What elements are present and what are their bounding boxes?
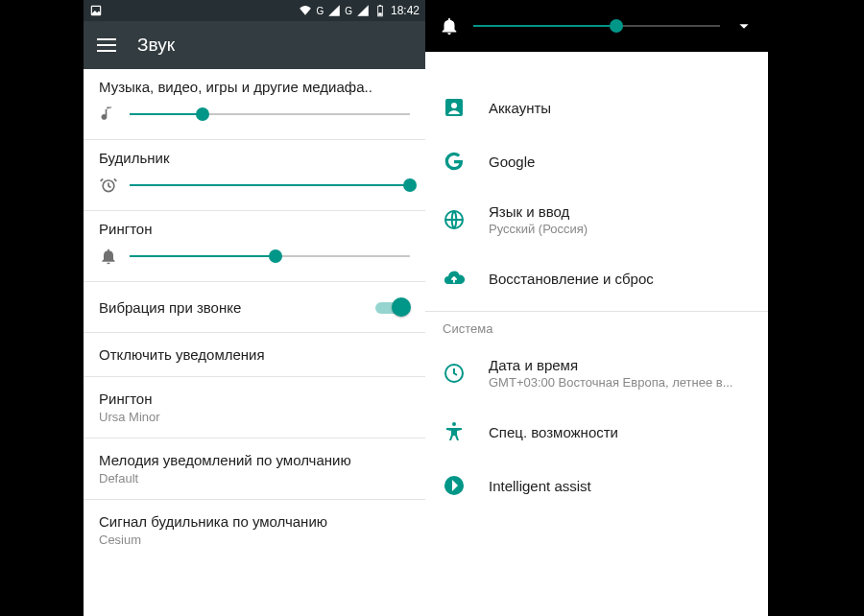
ring-volume-row: Рингтон	[84, 211, 425, 282]
battery-icon	[373, 4, 387, 17]
overlay-volume-slider[interactable]	[473, 16, 720, 36]
ringtone-row[interactable]: Рингтон Ursa Minor	[84, 377, 425, 438]
datetime-sub: GMT+03:00 Восточная Европа, летнее в...	[489, 375, 751, 390]
assist-label: Intelligent assist	[489, 478, 751, 494]
accessibility-icon	[443, 420, 466, 443]
assist-icon	[443, 474, 466, 497]
app-bar: Звук	[84, 21, 425, 69]
accounts-row[interactable]: Аккаунты	[425, 81, 768, 134]
vibrate-on-call-row[interactable]: Вибрация при звонке	[84, 282, 425, 333]
disable-notifications-row[interactable]: Отключить уведомления	[84, 333, 425, 377]
svg-rect-2	[379, 5, 381, 6]
svg-rect-3	[378, 12, 382, 15]
vibrate-on-call-label: Вибрация при звонке	[99, 299, 241, 316]
accounts-label: Аккаунты	[489, 100, 751, 116]
sound-settings-list: Музыка, видео, игры и другие медиафа.. Б…	[84, 69, 425, 616]
alarm-icon	[99, 176, 118, 195]
media-volume-row: Музыка, видео, игры и другие медиафа..	[84, 69, 425, 140]
picture-icon	[89, 4, 103, 17]
network-g-1: G	[316, 6, 324, 16]
system-section-header: Система	[425, 311, 768, 342]
language-row[interactable]: Язык и ввод Русский (Россия)	[425, 188, 768, 251]
media-volume-label: Музыка, видео, игры и другие медиафа..	[99, 79, 410, 95]
page-title: Звук	[137, 35, 175, 56]
volume-overlay	[425, 0, 768, 52]
vibrate-toggle[interactable]	[375, 297, 410, 317]
assist-row[interactable]: Intelligent assist	[425, 459, 768, 512]
signal-icon-1	[327, 4, 341, 17]
menu-icon[interactable]	[97, 38, 116, 52]
default-notification-title: Мелодия уведомлений по умолчанию	[99, 452, 410, 468]
language-sub: Русский (Россия)	[489, 222, 751, 236]
ringtone-value: Ursa Minor	[99, 410, 410, 424]
phone-left: G G 18:42 Звук Музыка, видео, игры и дру…	[84, 0, 425, 616]
svg-point-9	[452, 422, 456, 426]
default-alarm-value: Cesium	[99, 533, 410, 547]
ringtone-title: Рингтон	[99, 391, 410, 407]
alarm-volume-row: Будильник	[84, 140, 425, 211]
media-volume-slider[interactable]	[130, 105, 410, 124]
backup-label: Восстановление и сброс	[489, 271, 751, 287]
music-note-icon	[99, 105, 118, 124]
backup-row[interactable]: Восстановление и сброс	[425, 251, 768, 311]
clock-icon	[443, 362, 466, 385]
datetime-title: Дата и время	[489, 357, 751, 373]
settings-list: Аккаунты Google Язык и ввод Русский (Рос…	[425, 52, 768, 616]
default-alarm-row[interactable]: Сигнал будильника по умолчанию Cesium	[84, 500, 425, 560]
language-title: Язык и ввод	[489, 203, 751, 220]
svg-point-6	[451, 103, 457, 108]
network-g-2: G	[345, 6, 352, 16]
datetime-row[interactable]: Дата и время GMT+03:00 Восточная Европа,…	[425, 342, 768, 405]
chevron-down-icon[interactable]	[733, 15, 755, 36]
globe-icon	[443, 208, 466, 231]
clock-text: 18:42	[391, 4, 420, 17]
default-notification-value: Default	[99, 471, 410, 486]
default-notification-row[interactable]: Мелодия уведомлений по умолчанию Default	[84, 438, 425, 500]
alarm-volume-label: Будильник	[99, 150, 410, 166]
signal-icon-2	[356, 4, 370, 17]
google-icon	[443, 150, 466, 173]
wifi-icon	[299, 4, 312, 17]
google-row[interactable]: Google	[425, 134, 768, 188]
disable-notifications-label: Отключить уведомления	[99, 346, 410, 363]
ring-volume-label: Рингтон	[99, 221, 410, 237]
alarm-volume-slider[interactable]	[130, 176, 410, 195]
ring-volume-slider[interactable]	[130, 247, 410, 266]
phone-right: Аккаунты Google Язык и ввод Русский (Рос…	[425, 0, 768, 616]
backup-icon	[443, 267, 466, 290]
google-label: Google	[489, 154, 751, 170]
accounts-icon	[443, 96, 466, 119]
status-bar: G G 18:42	[84, 0, 425, 21]
default-alarm-title: Сигнал будильника по умолчанию	[99, 513, 410, 530]
accessibility-row[interactable]: Спец. возможности	[425, 405, 768, 459]
bell-icon	[99, 247, 118, 266]
accessibility-label: Спец. возможности	[489, 424, 751, 440]
bell-icon	[439, 15, 460, 36]
